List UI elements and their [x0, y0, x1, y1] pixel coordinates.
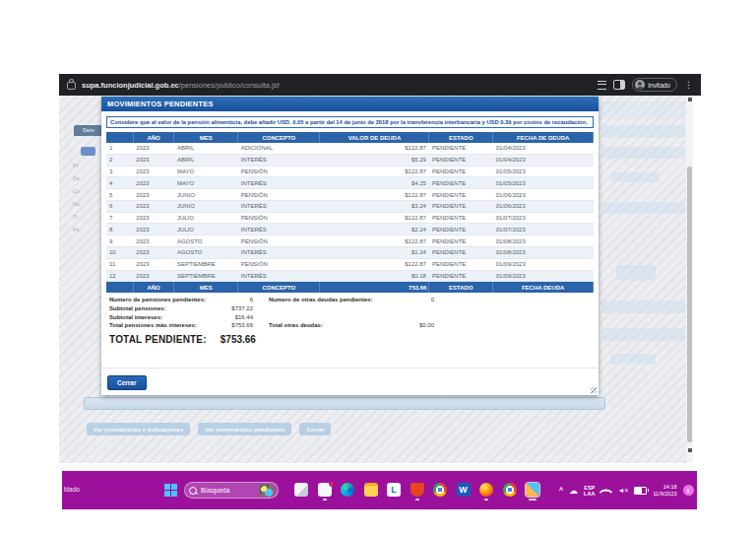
weather-widget-fragment[interactable]: blado	[64, 486, 80, 493]
language-indicator[interactable]: ESPLAA	[584, 485, 595, 497]
edge-browser-icon[interactable]	[341, 483, 354, 497]
table-row[interactable]: 92023AGOSTOPENSIÓN$122.87PENDIENTE01/08/…	[106, 235, 594, 247]
table-cell: PENDIENTE	[429, 247, 493, 259]
table-row[interactable]: 102023AGOSTOINTERÉS$1.24PENDIENTE01/08/2…	[106, 247, 594, 259]
dialog-title[interactable]: MOVIMIENTOS PENDIENTES	[101, 97, 598, 111]
table-row[interactable]: 22023ABRILINTERÉS$5.29PENDIENTE01/04/202…	[106, 154, 594, 166]
notice-banner: Considere que al valor de la pensión ali…	[106, 116, 594, 128]
table-cell: ADICIONAL	[238, 143, 320, 154]
clock-date[interactable]: 14:1811/9/2023	[653, 484, 676, 497]
wifi-icon[interactable]	[599, 485, 613, 499]
background-disabled-button[interactable]: Ver providencias e indicaciones	[87, 423, 190, 436]
scrollbar-thumb[interactable]	[687, 167, 692, 442]
background-block	[602, 125, 685, 138]
address-bar[interactable]: supa.funcionjudicial.gob.ec/pensiones/pu…	[82, 81, 592, 90]
task-view-icon[interactable]	[294, 483, 308, 497]
table-cell: ABRIL	[174, 154, 238, 166]
firefox-icon[interactable]	[479, 483, 493, 497]
speaker-muted-icon[interactable]: ◄×	[617, 487, 628, 494]
site-info-lock-icon[interactable]	[67, 82, 76, 90]
dialog-resize-handle[interactable]	[591, 387, 597, 393]
table-cell: 10	[106, 247, 133, 259]
table-row[interactable]: 72023JULIOPENSIÓN$122.87PENDIENTE01/07/2…	[106, 212, 594, 224]
table-cell: 11	[106, 258, 133, 270]
chrome-icon[interactable]	[433, 483, 447, 497]
open-app-indicator	[529, 499, 536, 501]
summary-row: Total pensiones más intereses:$753.66Tot…	[109, 322, 591, 328]
active-app-icon[interactable]	[526, 483, 539, 497]
background-block	[602, 301, 685, 313]
chrome-secondary-icon[interactable]	[503, 483, 517, 497]
table-row[interactable]: 112023SEPTIEMBREPENSIÓN$122.87PENDIENTE0…	[106, 258, 594, 270]
table-cell: 01/06/2023	[493, 200, 594, 212]
libreoffice-icon[interactable]: L	[387, 483, 401, 497]
split-screen-icon[interactable]	[613, 80, 625, 90]
table-cell: 01/07/2023	[493, 212, 594, 224]
battery-icon[interactable]	[634, 487, 647, 495]
table-row[interactable]: 52023JUNIOPENSIÓN$122.87PENDIENTE01/06/2…	[106, 189, 594, 201]
total-pending-row: TOTAL PENDIENTE: $753.66	[109, 334, 591, 345]
table-row[interactable]: 82023JULIOINTERÉS$2.24PENDIENTE01/07/202…	[106, 224, 594, 235]
search-label: Búsqueda	[201, 487, 256, 494]
table-cell: 01/04/2023	[493, 143, 594, 154]
footer-total-value: 753.66	[320, 282, 429, 294]
table-cell: MAYO	[174, 166, 238, 177]
background-disabled-button[interactable]: Cerrar	[299, 423, 331, 436]
reading-list-icon[interactable]	[598, 81, 606, 90]
system-tray: ^ ☁ ESPLAA ◄× 14:1811/9/2023 1	[559, 471, 694, 509]
table-cell: INTERÉS	[238, 247, 320, 259]
table-cell: 4	[106, 177, 133, 189]
table-cell: SEPTIEMBRE	[174, 258, 238, 270]
table-footer-row: AÑOMESCONCEPTO753.66ESTADOFECHA DEUDA	[106, 282, 594, 294]
open-app-indicator	[484, 499, 488, 501]
table-row[interactable]: 122023SEPTIEMBREINTERÉS$0.18PENDIENTE01/…	[106, 270, 594, 282]
browser-menu-icon[interactable]: ⋮	[684, 81, 693, 90]
profile-button[interactable]: Invitado	[632, 78, 677, 92]
table-row[interactable]: 62023JUNIOINTERÉS$3.24PENDIENTE01/06/202…	[106, 200, 594, 212]
notification-badge[interactable]: 1	[683, 485, 694, 496]
mail-icon[interactable]	[318, 483, 332, 497]
table-row[interactable]: 42023MAYOINTERÉS$4.25PENDIENTE01/05/2023	[106, 177, 594, 189]
start-button-icon[interactable]	[164, 484, 177, 497]
table-cell: 01/04/2023	[493, 154, 594, 166]
background-tab-fragment: Dato	[74, 125, 103, 136]
background-block	[602, 328, 685, 341]
table-cell: PENDIENTE	[429, 166, 493, 177]
table-cell: PENDIENTE	[429, 258, 493, 270]
taskbar-search[interactable]: Búsqueda	[184, 482, 279, 499]
table-row[interactable]: 12023ABRILADICIONAL$122.87PENDIENTE01/04…	[106, 143, 594, 154]
table-row[interactable]: 32023MAYOPENSIÓN$122.87PENDIENTE01/05/20…	[106, 166, 594, 177]
open-app-indicator	[323, 499, 327, 501]
scrollbar-down-arrow[interactable]	[688, 448, 692, 452]
notification-dot-icon	[329, 481, 335, 487]
table-cell: PENSIÓN	[238, 258, 320, 270]
summary-label: Numero de pensiones pendientes:	[109, 297, 220, 302]
summary-value: 0	[389, 297, 434, 302]
table-cell: $0.18	[320, 270, 429, 282]
column-header	[106, 132, 133, 143]
summary-row: Subtotal intereses:$16.44	[109, 314, 591, 320]
hidden-icons-chevron[interactable]: ^	[559, 487, 563, 494]
table-cell: 2023	[133, 212, 174, 224]
scrollbar-up-arrow[interactable]	[688, 98, 692, 101]
column-header: ESTADO	[429, 132, 493, 143]
pending-movements-table: AÑOMESCONCEPTOVALOR DE DEUDAESTADOFECHA …	[106, 132, 594, 293]
table-cell: JUNIO	[174, 200, 238, 212]
table-cell: PENSIÓN	[238, 166, 320, 177]
mcafee-shield-icon[interactable]	[410, 483, 424, 497]
table-cell: 2023	[133, 247, 174, 259]
summary-row: Numero de pensiones pendientes:6Numero d…	[109, 297, 591, 302]
file-explorer-icon[interactable]	[364, 483, 378, 497]
cerrar-button[interactable]: Cerrar	[107, 375, 147, 390]
table-cell: 5	[106, 189, 133, 201]
summary-value: $737.22	[220, 305, 253, 311]
open-app-indicator	[415, 499, 419, 501]
table-cell: INTERÉS	[238, 154, 320, 166]
table-cell: PENDIENTE	[429, 200, 493, 212]
word-icon[interactable]: W	[457, 483, 471, 497]
table-cell: PENSIÓN	[238, 212, 320, 224]
table-cell: AGOSTO	[174, 247, 238, 259]
column-header: VALOR DE DEUDA	[320, 132, 429, 143]
background-disabled-button[interactable]: Ver movimientos pendientes	[198, 423, 291, 436]
onedrive-icon[interactable]: ☁	[569, 486, 578, 496]
